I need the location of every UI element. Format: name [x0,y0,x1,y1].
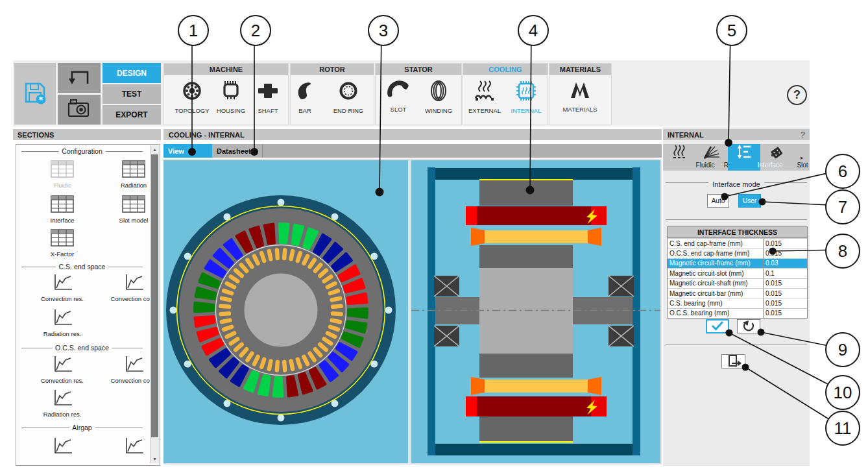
svg-text:*: * [39,94,43,104]
sections-group-configuration: Configuration [21,151,143,152]
main-tabbar: View Datasheet [163,144,662,158]
fluidic-icon [669,151,689,162]
chart-icon [122,364,145,375]
section-item-x-factor[interactable]: X-Factor [27,229,98,258]
interface-mode-auto-button[interactable]: Auto [707,194,729,208]
internal-cooling-button[interactable]: INTERNAL [506,79,546,114]
panel-tab-fluidic[interactable]: Fluidic [663,144,695,171]
interface-icon [734,151,754,162]
export-button[interactable]: EXPORT [102,105,161,125]
app-window: * DESIGN TEST EXPORT MACHINE TOPOLOGY HO… [0,0,868,471]
chart-icon [51,317,74,328]
scrollbar-thumb[interactable] [151,154,158,437]
interface-mode-label: Interface mode [708,180,764,188]
chart-icon [51,282,74,293]
panel-divider [666,344,807,345]
screenshot-button[interactable] [58,95,101,125]
reset-button[interactable] [737,319,760,333]
group-machine: MACHINE TOPOLOGY HOUSING SHAFT [163,63,289,125]
more-tabs-arrow-icon[interactable]: ▸ [801,154,804,161]
axial-cross-section-view[interactable] [411,160,660,463]
panel-tab-slot[interactable]: Slot [760,144,793,171]
callout-7: 7 [825,189,860,224]
chart-icon [51,446,74,457]
bar-button[interactable]: BAR [285,79,325,114]
tab-view[interactable]: View [163,144,212,158]
view-area [163,159,662,465]
table-row[interactable]: O.C.S. bearing (mm)0.015 [668,308,807,318]
export-report-icon [725,354,742,369]
housing-icon [219,79,243,103]
rotor-bar-icon [294,79,316,103]
camera-icon [66,97,92,122]
table-row[interactable]: Magnetic circuit-bar (mm)0.015 [668,288,807,298]
section-item-cs-convection-res[interactable]: Convection res. [27,273,98,302]
callout-2: 2 [240,15,271,46]
reset-icon [741,319,756,333]
export-report-button[interactable] [721,354,745,368]
check-icon [709,320,726,333]
table-icon [122,204,145,215]
section-item-ocs-radiation-res[interactable]: Radiation res. [27,389,98,418]
test-button[interactable]: TEST [102,84,161,104]
winding-button[interactable]: WINDING [418,79,459,114]
table-row[interactable]: Magnetic circuit-shaft (mm)0.015 [668,278,807,288]
design-button[interactable]: DESIGN [102,63,161,83]
undo-button[interactable] [58,63,101,93]
group-materials-title: MATERIALS [549,64,611,75]
shaft-button[interactable]: SHAFT [248,79,288,114]
group-machine-title: MACHINE [164,64,288,75]
topology-icon [180,79,204,103]
panel-help-icon[interactable]: ? [801,130,805,139]
shaft-icon [256,79,280,103]
interface-thickness-title: INTERFACE THICKNESS [668,227,807,238]
apply-button[interactable] [706,319,729,333]
save-button[interactable]: * [14,63,56,125]
axial-cross-section-drawing [411,160,660,463]
radiation-icon [702,151,721,162]
materials-icon [568,79,592,103]
callout-5: 5 [716,15,747,46]
sections-scrollbar[interactable]: ▲ ▼ [150,145,159,463]
help-button[interactable]: ? [787,85,807,105]
panel-tab-interface[interactable]: Interface [728,144,760,171]
section-item-cs-radiation-res[interactable]: Radiation res. [27,308,98,337]
scroll-up-icon[interactable]: ▲ [151,145,159,154]
table-row[interactable]: C.S. bearing (mm)0.015 [668,298,807,308]
table-row-selected[interactable]: Magnetic circuit-frame (mm)0.03 [668,258,807,268]
panel-tab-radiation[interactable]: Radiation [695,144,728,171]
section-item-fluidic[interactable]: Fluidic [27,160,98,189]
table-icon [122,169,145,180]
external-cooling-button[interactable]: EXTERNAL [464,79,505,114]
radial-cross-section-view[interactable] [163,160,408,463]
table-row[interactable]: O.C.S. end cap-frame (mm)0.015 [668,248,807,258]
callout-3: 3 [368,15,399,46]
callout-1: 1 [178,15,209,46]
end-ring-button[interactable]: END RING [328,79,368,114]
callout-8: 8 [825,234,860,269]
external-cooling-icon [472,79,498,103]
callout-6: 6 [825,154,860,189]
tab-datasheet[interactable]: Datasheet [212,144,263,158]
interface-mode-user-button[interactable]: User [738,194,761,208]
interface-mode-label-wrap: Interface mode [663,178,810,189]
section-item-ocs-convection-res[interactable]: Convection res. [27,355,98,384]
group-materials: MATERIALS MATERIALS [549,63,612,125]
table-icon [51,169,74,180]
section-item-interface[interactable]: Interface [27,195,98,224]
stator-slot-icon [386,79,411,103]
stator-slot-button[interactable]: SLOT [378,79,418,113]
group-rotor: ROTOR BAR END RING [290,63,374,125]
scroll-down-icon[interactable]: ▼ [151,455,159,463]
sections-group-airgap: Airgap [21,428,143,428]
internal-panel-tabs: Fluidic Radiation Interface Slot ▸ [663,144,810,171]
topology-button[interactable]: TOPOLOGY [172,79,212,114]
section-item-airgap-1[interactable] [27,437,98,457]
table-row[interactable]: Magnetic circuit-slot (mm)0.1 [668,268,807,278]
slot-tab-icon [767,152,786,163]
housing-button[interactable]: HOUSING [211,79,251,114]
materials-button[interactable]: MATERIALS [560,79,600,113]
table-row[interactable]: C.S. end cap-frame (mm)0.015 [668,238,807,248]
callout-4: 4 [518,15,549,46]
sections-list: Configuration Fluidic Radiation Interfac… [16,144,160,466]
